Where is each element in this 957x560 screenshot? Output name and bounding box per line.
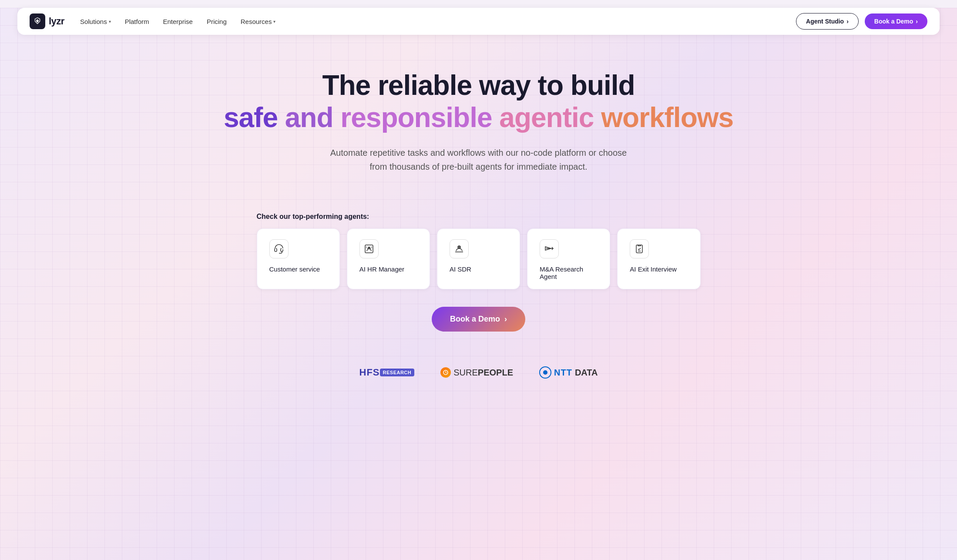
chevron-icon-resources: ▾: [273, 19, 275, 24]
agent-name-ma-research: M&A Research Agent: [540, 265, 598, 280]
agent-card-exit-interview[interactable]: AI Exit Interview: [617, 228, 700, 289]
surepeople-sure: SUREPEOPLE: [453, 368, 513, 378]
nav-resources[interactable]: Resources ▾: [241, 18, 276, 25]
nav-solutions[interactable]: Solutions ▾: [80, 18, 111, 25]
cta-section: Book a Demo ›: [0, 289, 957, 358]
page-wrapper: lyzr Solutions ▾ Platform Enterprise Pri…: [0, 8, 957, 560]
hero-subtitle: Automate repetitive tasks and workflows …: [326, 146, 631, 174]
hero-text-and: and: [285, 102, 341, 133]
data-text: DATA: [575, 368, 598, 378]
book-demo-nav-button[interactable]: Book a Demo ›: [865, 13, 927, 29]
logo-hfs-text: HFS: [359, 367, 380, 378]
hero-title-line1: The reliable way to build: [17, 70, 940, 102]
nav-enterprise[interactable]: Enterprise: [163, 18, 193, 25]
logo-hfs: HFS RESEARCH: [359, 367, 415, 378]
arrow-icon: ›: [846, 18, 849, 25]
headset-icon: [269, 239, 289, 258]
chevron-icon: ▾: [109, 19, 111, 24]
logo-text: lyzr: [49, 16, 64, 27]
agent-name-exit-interview: AI Exit Interview: [630, 265, 677, 273]
agents-grid: Customer service AI HR Manager: [257, 228, 701, 289]
cta-arrow-icon: ›: [504, 315, 507, 324]
logo-nttdata: NTT DATA: [539, 366, 598, 379]
nav-links: Solutions ▾ Platform Enterprise Pricing …: [80, 18, 796, 25]
nttdata-icon: [539, 366, 551, 379]
ntt-text: NTT: [554, 368, 572, 378]
agents-label: Check our top-performing agents:: [257, 213, 701, 221]
agent-card-customer-service[interactable]: Customer service: [257, 228, 340, 289]
hero-section: The reliable way to build safe and respo…: [0, 35, 957, 213]
book-demo-main-button[interactable]: Book a Demo ›: [432, 307, 525, 332]
hero-title-line2: safe and responsible agentic workflows: [17, 102, 940, 134]
clipboard-check-icon: [630, 239, 649, 258]
hero-text-responsible: responsible: [340, 102, 492, 133]
logos-section: HFS RESEARCH SUREPEOPLE NTT DATA: [0, 358, 957, 405]
nav-platform[interactable]: Platform: [125, 18, 149, 25]
agent-studio-button[interactable]: Agent Studio ›: [796, 13, 859, 30]
money-hand-icon: [450, 239, 469, 258]
logo-hfs-badge: RESEARCH: [380, 369, 415, 376]
hero-text-agentic: agentic: [499, 102, 601, 133]
logo[interactable]: lyzr: [30, 13, 64, 29]
arrow-icon-demo: ›: [916, 18, 918, 25]
agent-card-ma-research[interactable]: M&A Research Agent: [527, 228, 610, 289]
surepeople-icon: [440, 367, 451, 378]
megaphone-icon: [540, 239, 559, 258]
navbar: lyzr Solutions ▾ Platform Enterprise Pri…: [17, 8, 940, 35]
nttdata-inner-dot: [543, 370, 547, 375]
logo-icon: [30, 13, 45, 29]
agent-name-customer-service: Customer service: [269, 265, 320, 273]
nav-actions: Agent Studio › Book a Demo ›: [796, 13, 927, 30]
nav-pricing[interactable]: Pricing: [207, 18, 227, 25]
agents-section: Check our top-performing agents: Custome…: [239, 213, 718, 289]
agent-name-hr-manager: AI HR Manager: [359, 265, 404, 273]
hero-text-workflows: workflows: [601, 102, 733, 133]
agent-card-hr-manager[interactable]: AI HR Manager: [347, 228, 430, 289]
logo-surepeople: SUREPEOPLE: [440, 367, 513, 378]
agent-card-ai-sdr[interactable]: AI SDR: [437, 228, 520, 289]
chart-person-icon: [359, 239, 379, 258]
agent-name-ai-sdr: AI SDR: [450, 265, 471, 273]
hero-text-safe: safe: [224, 102, 278, 133]
